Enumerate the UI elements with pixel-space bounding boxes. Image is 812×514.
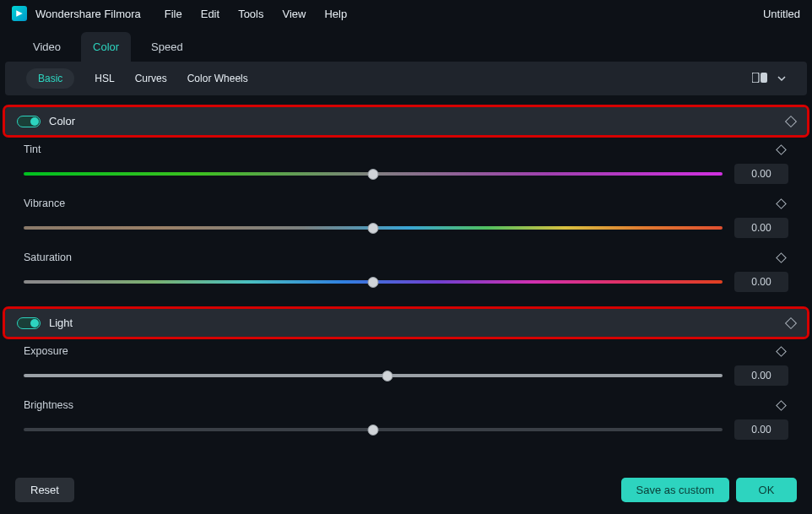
footer-bar: Reset Save as custom OK	[0, 469, 812, 514]
vibrance-thumb[interactable]	[368, 223, 379, 234]
exposure-label: Exposure	[24, 345, 68, 357]
saturation-value[interactable]	[734, 272, 788, 292]
color-toggle[interactable]	[17, 116, 41, 127]
app-logo-icon	[12, 6, 27, 21]
section-color-title: Color	[49, 115, 75, 127]
exposure-thumb[interactable]	[382, 371, 392, 381]
menu-tools[interactable]: Tools	[238, 8, 263, 20]
exposure-keyframe-icon[interactable]	[776, 346, 787, 357]
tab-color[interactable]: Color	[81, 32, 131, 62]
svg-rect-0	[752, 73, 759, 83]
light-keyframe-icon[interactable]	[785, 317, 797, 328]
param-vibrance: Vibrance	[5, 196, 807, 250]
menu-bar: Wondershare Filmora File Edit Tools View…	[0, 0, 812, 27]
vibrance-slider[interactable]	[24, 222, 723, 234]
ok-button[interactable]: OK	[736, 478, 797, 502]
panel-tabs: Video Color Speed	[0, 27, 812, 62]
svg-rect-1	[761, 73, 767, 83]
menu-view[interactable]: View	[282, 8, 306, 20]
param-exposure: Exposure	[5, 344, 807, 398]
color-keyframe-icon[interactable]	[785, 115, 797, 127]
param-saturation: Saturation	[5, 250, 807, 304]
menu-help[interactable]: Help	[324, 8, 347, 20]
tint-keyframe-icon[interactable]	[776, 144, 787, 155]
saturation-label: Saturation	[24, 252, 72, 263]
color-subtabs: Basic HSL Curves Color Wheels	[5, 62, 807, 95]
reset-button[interactable]: Reset	[15, 478, 74, 502]
subtab-wheels[interactable]: Color Wheels	[187, 73, 248, 84]
param-brightness: Brightness	[5, 398, 807, 452]
color-panel-content: Color Tint Vibrance	[0, 95, 812, 452]
brightness-keyframe-icon[interactable]	[776, 400, 787, 411]
subtab-hsl[interactable]: HSL	[95, 73, 114, 84]
compare-icon[interactable]	[752, 73, 767, 85]
save-as-custom-button[interactable]: Save as custom	[621, 478, 730, 502]
brightness-label: Brightness	[24, 399, 73, 411]
section-color-header[interactable]: Color	[5, 107, 807, 135]
menu-file[interactable]: File	[165, 8, 182, 20]
section-light-header[interactable]: Light	[5, 309, 807, 337]
saturation-keyframe-icon[interactable]	[776, 252, 787, 263]
param-tint: Tint	[5, 142, 807, 196]
subtab-curves[interactable]: Curves	[135, 73, 167, 84]
exposure-value[interactable]	[734, 365, 788, 386]
chevron-down-icon[interactable]	[777, 73, 786, 85]
tab-video[interactable]: Video	[21, 32, 73, 62]
saturation-slider[interactable]	[24, 276, 723, 288]
document-title: Untitled	[763, 8, 800, 20]
brightness-thumb[interactable]	[368, 425, 379, 436]
tint-label: Tint	[24, 143, 41, 155]
section-light-title: Light	[49, 317, 73, 329]
menu-edit[interactable]: Edit	[201, 8, 219, 20]
light-toggle[interactable]	[17, 317, 41, 329]
tab-speed[interactable]: Speed	[139, 32, 195, 62]
brightness-slider[interactable]	[24, 424, 723, 436]
tint-value[interactable]	[734, 164, 788, 184]
tint-thumb[interactable]	[368, 169, 379, 180]
brightness-value[interactable]	[734, 419, 788, 440]
subtab-basic[interactable]: Basic	[26, 68, 74, 89]
vibrance-value[interactable]	[734, 218, 788, 238]
app-name: Wondershare Filmora	[35, 8, 141, 20]
vibrance-label: Vibrance	[24, 197, 65, 209]
tint-slider[interactable]	[24, 168, 723, 180]
vibrance-keyframe-icon[interactable]	[776, 198, 787, 209]
exposure-slider[interactable]	[24, 370, 723, 381]
saturation-thumb[interactable]	[368, 277, 379, 288]
